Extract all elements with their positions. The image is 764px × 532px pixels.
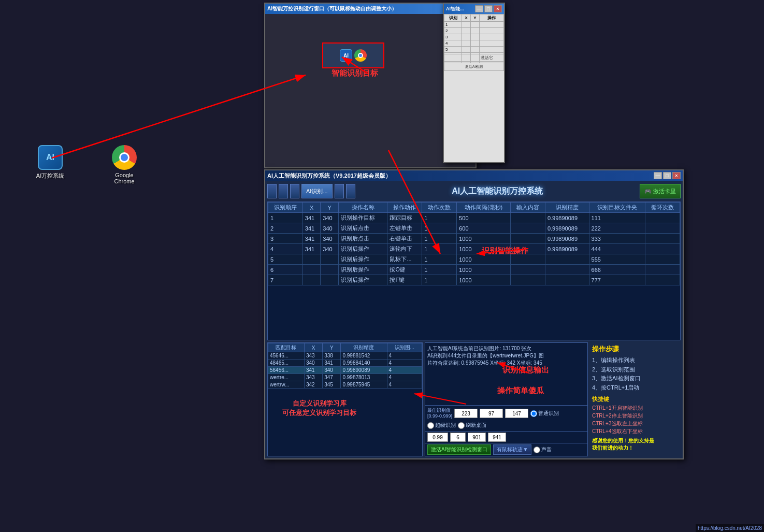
cell-5-4[interactable]: 按C键 [387,265,422,275]
cell-1-5[interactable]: 1 [422,223,457,234]
toolbar-btn-ai[interactable]: AI识别... [301,184,333,198]
desktop-icon-chrome[interactable]: Google Chrome [106,145,142,184]
cell-0-5[interactable]: 1 [422,213,457,223]
cell-5-5[interactable]: 1 [422,265,457,275]
cell-6-10[interactable] [645,275,680,285]
cell-2-6[interactable]: 1000 [457,234,511,244]
val2-input[interactable] [480,409,503,418]
toolbar-btn-3[interactable] [290,184,299,198]
cell-5-1[interactable] [302,265,321,275]
cell-4-5[interactable]: 1 [422,254,457,265]
cell-4-8[interactable] [545,254,589,265]
cell-0-1[interactable]: 341 [302,213,321,223]
val1-input[interactable] [454,409,478,418]
cell-6-0[interactable]: 7 [268,275,303,285]
cell-1-10[interactable] [645,223,680,234]
match-cell-4-0[interactable]: wertrw... [268,381,305,389]
cell-5-2[interactable] [321,265,339,275]
steps-input2[interactable] [468,433,486,442]
cell-4-0[interactable]: 5 [268,254,303,265]
main-controls[interactable]: — □ × [654,172,681,179]
match-cell-4-1[interactable]: 342 [304,381,322,389]
cell-2-5[interactable]: 1 [422,234,457,244]
cell-2-4[interactable]: 右键单击 [387,234,422,244]
match-cell-2-1[interactable]: 341 [304,367,322,374]
toolbar-btn-1[interactable] [267,184,277,198]
match-cell-0-0[interactable]: 45646... [268,352,305,360]
cell-6-2[interactable] [321,275,339,285]
cell-0-6[interactable]: 500 [457,213,511,223]
match-cell-0-3[interactable]: 0.99881542 [341,352,387,360]
cell-1-9[interactable]: 222 [589,223,645,234]
cell-0-10[interactable] [645,213,680,223]
cell-3-6[interactable]: 1000 [457,244,511,254]
match-cell-3-0[interactable]: wertre... [268,374,305,381]
desktop-icon-ai[interactable]: AI AI万控系统 [32,145,68,180]
main-maximize[interactable]: □ [663,172,671,179]
cell-0-3[interactable]: 识别操作目标 [338,213,387,223]
cell-3-9[interactable]: 444 [589,244,645,254]
main-close[interactable]: × [672,172,681,179]
match-cell-2-2[interactable]: 340 [323,367,341,374]
mini-controls[interactable]: — □ × [475,5,502,12]
cell-5-10[interactable] [645,265,680,275]
cell-6-8[interactable] [545,275,589,285]
radio-refresh[interactable]: 刷新桌面 [458,422,486,429]
steps-input3[interactable] [488,433,506,442]
sound-radio[interactable]: 声音 [534,446,552,453]
cell-6-5[interactable]: 1 [422,275,457,285]
toolbar-btn-2[interactable] [279,184,288,198]
match-cell-4-4[interactable]: 4 [387,381,422,389]
cell-1-8[interactable]: 0.99890089 [545,223,589,234]
match-cell-3-4[interactable]: 4 [387,374,422,381]
toolbar-btn-4[interactable] [335,184,344,198]
cell-5-6[interactable]: 1000 [457,265,511,275]
cell-1-1[interactable]: 341 [302,223,321,234]
mouse-track-btn[interactable]: 有鼠标轨迹▼ [493,444,531,455]
match-cell-1-2[interactable]: 341 [323,360,341,367]
mini-minimize[interactable]: — [475,5,483,12]
match-cell-3-2[interactable]: 347 [323,374,341,381]
cell-4-3[interactable]: 识别后操作 [338,254,387,265]
match-cell-0-2[interactable]: 338 [323,352,341,360]
mini-close[interactable]: × [494,5,502,12]
match-cell-2-0[interactable]: 56456... [268,367,305,374]
mini-maximize[interactable]: □ [484,5,493,12]
cell-2-10[interactable] [645,234,680,244]
cell-3-10[interactable] [645,244,680,254]
cell-1-2[interactable]: 340 [321,223,339,234]
cell-5-8[interactable] [545,265,589,275]
cell-1-6[interactable]: 600 [457,223,511,234]
match-cell-3-3[interactable]: 0.99878013 [341,374,387,381]
cell-6-9[interactable]: 777 [589,275,645,285]
match-cell-1-3[interactable]: 0.99884140 [341,360,387,367]
activate-card-btn[interactable]: 🎮 激活卡里 [640,184,681,198]
cell-5-0[interactable]: 6 [268,265,303,275]
cell-1-0[interactable]: 2 [268,223,303,234]
cell-2-2[interactable]: 340 [321,234,339,244]
cell-6-4[interactable]: 按F键 [387,275,422,285]
threshold-input[interactable] [427,433,448,442]
cell-0-0[interactable]: 1 [268,213,303,223]
match-cell-4-2[interactable]: 345 [323,381,341,389]
cell-4-7[interactable] [511,254,545,265]
cell-2-9[interactable]: 333 [589,234,645,244]
cell-0-9[interactable]: 111 [589,213,645,223]
cell-6-1[interactable] [302,275,321,285]
cell-4-9[interactable]: 555 [589,254,645,265]
cell-4-10[interactable] [645,254,680,265]
match-cell-1-1[interactable]: 340 [304,360,322,367]
cell-4-1[interactable] [302,254,321,265]
cell-3-5[interactable]: 1 [422,244,457,254]
cell-4-4[interactable]: 鼠标下... [387,254,422,265]
cell-0-8[interactable]: 0.99890089 [545,213,589,223]
cell-0-2[interactable]: 340 [321,213,339,223]
activate-detect-btn[interactable]: 激活AI智能识别检测窗口 [427,444,491,455]
cell-6-6[interactable]: 1000 [457,275,511,285]
cell-0-4[interactable]: 跟踪目标 [387,213,422,223]
match-cell-2-4[interactable]: 4 [387,367,422,374]
match-cell-2-3[interactable]: 0.99890089 [341,367,387,374]
cell-0-7[interactable] [511,213,545,223]
radio-normal[interactable]: 普通识别 [530,410,559,417]
cell-3-7[interactable] [511,244,545,254]
